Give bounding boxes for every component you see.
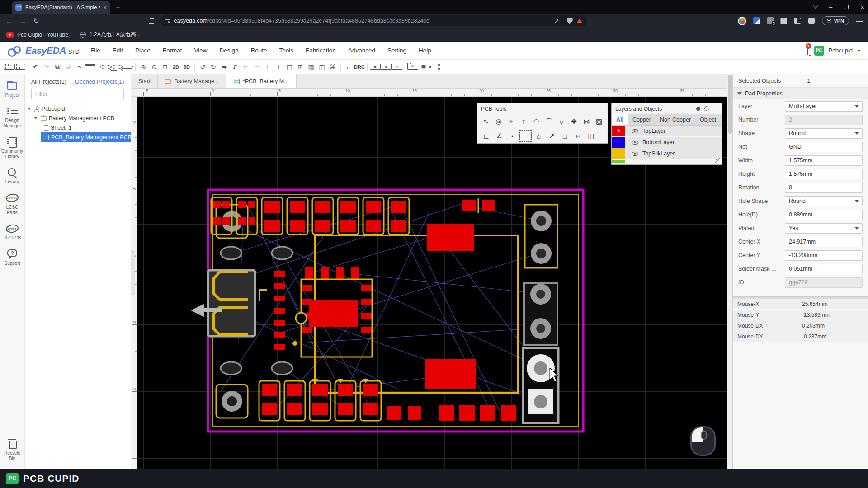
view-2d-button[interactable]: 2D bbox=[170, 61, 181, 72]
sidebar-item-recycle-bin[interactable]: Recycle Bin bbox=[0, 435, 24, 465]
menu-item[interactable]: Place bbox=[135, 47, 151, 54]
menu-item[interactable]: Route bbox=[251, 47, 267, 54]
align-group-icon[interactable]: ⌘ bbox=[327, 61, 338, 72]
route-icon[interactable]: ⌐ bbox=[343, 61, 354, 72]
window-minimize-button[interactable]: – bbox=[829, 4, 832, 10]
pcb-canvas[interactable]: PCB Tools — ∿◎⌖T◠⌒○✥⋈▨ ∟∠⌁⌂↗□⧈◫ bbox=[137, 97, 727, 469]
resize-handle[interactable] bbox=[715, 158, 721, 164]
tree-pcb-selected[interactable]: PCB_Battery Management PCB bbox=[41, 132, 131, 142]
eye-icon[interactable] bbox=[632, 129, 638, 133]
menu-item[interactable]: File bbox=[90, 47, 100, 54]
property-control[interactable]: -13.208mm bbox=[785, 250, 863, 261]
track-tool-icon[interactable]: ∿ bbox=[480, 116, 492, 127]
avatar[interactable]: PC bbox=[814, 46, 824, 56]
extension-translate-icon[interactable] bbox=[753, 17, 760, 24]
notifications-button[interactable]: 1 bbox=[807, 47, 808, 55]
property-control[interactable]: Yes bbox=[785, 223, 863, 234]
measure-tool-icon[interactable]: ⌁ bbox=[506, 130, 519, 142]
arc-tool-icon[interactable]: ◠ bbox=[530, 116, 542, 127]
sidebar-toggle-icon[interactable] bbox=[794, 18, 801, 24]
undo-icon[interactable]: ↶ bbox=[30, 61, 41, 72]
rect-tool-icon[interactable]: □ bbox=[559, 130, 571, 142]
layer-color-swatch[interactable] bbox=[612, 137, 625, 148]
panel-collapse-handle[interactable] bbox=[131, 251, 135, 295]
property-control[interactable]: 0.051mm bbox=[785, 264, 863, 274]
sidebar-item-project[interactable]: Project bbox=[0, 77, 24, 102]
reload-icon[interactable]: ↻ bbox=[33, 17, 39, 25]
menu-item[interactable]: Setting bbox=[387, 47, 406, 54]
window-maximize-button[interactable] bbox=[844, 5, 849, 9]
layer-row-bottomlayer[interactable]: BottomLayer bbox=[612, 137, 722, 148]
layers-tab-all[interactable]: All bbox=[612, 114, 628, 125]
eraser-icon[interactable] bbox=[121, 65, 133, 69]
menu-item[interactable]: Tools bbox=[279, 47, 294, 54]
scrollbar-thumb[interactable] bbox=[728, 75, 732, 134]
zoom-window-icon[interactable] bbox=[111, 65, 122, 69]
zoom-fit-icon[interactable]: ⊡ bbox=[160, 61, 170, 72]
distribute-vertical-icon[interactable]: ◫ bbox=[316, 61, 327, 72]
sidebar-item-lcsc-parts[interactable]: LCSCLCSC Parts bbox=[0, 189, 24, 220]
property-control[interactable]: 0 bbox=[785, 183, 863, 193]
zoom-in-icon[interactable]: ⊕ bbox=[138, 61, 149, 72]
bookmark-pcb-cupid-youtube[interactable]: Pcb Cupid - YouTube bbox=[6, 32, 68, 38]
menu-item[interactable]: Format bbox=[163, 47, 182, 54]
zoom-out-icon[interactable]: ⊖ bbox=[149, 61, 160, 72]
canvas-vertical-scrollbar[interactable] bbox=[727, 74, 732, 469]
pcb-tools-header[interactable]: PCB Tools — bbox=[477, 103, 608, 114]
menu-item[interactable]: Advanced bbox=[348, 47, 375, 54]
via-tool-icon[interactable]: ⌖ bbox=[505, 116, 517, 127]
chevron-down-icon[interactable] bbox=[857, 50, 861, 52]
align-top-icon[interactable]: ⊤ bbox=[262, 61, 273, 72]
property-control[interactable]: Round bbox=[785, 128, 863, 139]
tab-start[interactable]: Start bbox=[131, 74, 158, 88]
pad-properties-section[interactable]: Pad Properties bbox=[733, 88, 868, 99]
expander-icon[interactable] bbox=[34, 117, 38, 119]
layer-color-swatch[interactable]: ✎ bbox=[612, 126, 625, 136]
search-icon[interactable] bbox=[100, 65, 111, 69]
tab-search-chevron-icon[interactable] bbox=[813, 3, 818, 8]
menu-item[interactable]: Fabrication bbox=[306, 47, 336, 54]
url-bar[interactable]: easyeda.com/editor#id=05f38b508f4b4735b6… bbox=[160, 15, 587, 26]
arc-center-tool-icon[interactable]: ⌒ bbox=[543, 116, 555, 127]
rotate-left-icon[interactable]: ↺ bbox=[197, 61, 208, 72]
paste-icon[interactable]: ⧉ bbox=[63, 61, 74, 72]
sidebar-item-support[interactable]: ?Support bbox=[0, 245, 24, 270]
align-left-icon[interactable]: ⊢ bbox=[241, 61, 251, 72]
property-control[interactable]: 0.889mm bbox=[785, 210, 863, 220]
connect-tool-icon[interactable]: ⋈ bbox=[580, 116, 592, 127]
menu-item[interactable]: View bbox=[194, 47, 207, 54]
layers-tab-object[interactable]: Object bbox=[695, 114, 721, 125]
sidebar-item-library[interactable]: Library bbox=[0, 164, 24, 189]
menu-item[interactable]: Design bbox=[220, 47, 239, 54]
collapse-triangle-icon[interactable] bbox=[737, 92, 742, 95]
layers-tab-non-copper[interactable]: Non-Copper bbox=[656, 114, 695, 125]
selected-pad-footprint[interactable] bbox=[523, 348, 558, 423]
property-control[interactable]: GND bbox=[785, 142, 863, 152]
soic-ic[interactable] bbox=[274, 267, 372, 357]
extensions-puzzle-icon[interactable] bbox=[780, 18, 787, 24]
tree-sheet[interactable]: Sheet_1 bbox=[41, 123, 131, 132]
layers-panel[interactable]: Layers and Objects — AllCopperNon-Copper… bbox=[611, 103, 722, 165]
pad-tool-icon[interactable]: ◎ bbox=[493, 116, 505, 127]
tree-project[interactable]: Battery Management PCB bbox=[31, 113, 131, 123]
align-right-icon[interactable]: ⊣ bbox=[251, 61, 262, 72]
filter-input[interactable] bbox=[31, 89, 124, 99]
property-control[interactable]: Multi-Layer bbox=[785, 101, 863, 112]
minimize-icon[interactable]: — bbox=[712, 106, 718, 112]
mounting-hole-bottom-left[interactable] bbox=[216, 385, 248, 418]
layers-tab-copper[interactable]: Copper bbox=[628, 114, 656, 125]
align-center-icon[interactable]: ⊞ bbox=[295, 61, 306, 72]
view-3d-button[interactable]: 3D bbox=[181, 61, 192, 72]
opened-projects-link[interactable]: Opened Projects(1) bbox=[75, 79, 124, 85]
property-control[interactable]: Round bbox=[785, 196, 863, 206]
username[interactable]: Pcbcupid bbox=[829, 47, 853, 54]
flying-wire-tool-icon[interactable]: ↗ bbox=[546, 130, 558, 142]
import-icon[interactable]: ↶ bbox=[407, 64, 418, 70]
property-control[interactable]: 24.917mm bbox=[785, 237, 863, 247]
cut-icon[interactable]: ✂ bbox=[74, 61, 85, 72]
eye-icon[interactable] bbox=[632, 152, 638, 156]
property-control[interactable]: 1.575mm bbox=[785, 155, 863, 166]
sidebar-item-commonly-library[interactable]: Commonly Library bbox=[0, 133, 24, 164]
delete-icon[interactable] bbox=[85, 64, 95, 69]
bookmark-icon[interactable] bbox=[150, 18, 154, 24]
